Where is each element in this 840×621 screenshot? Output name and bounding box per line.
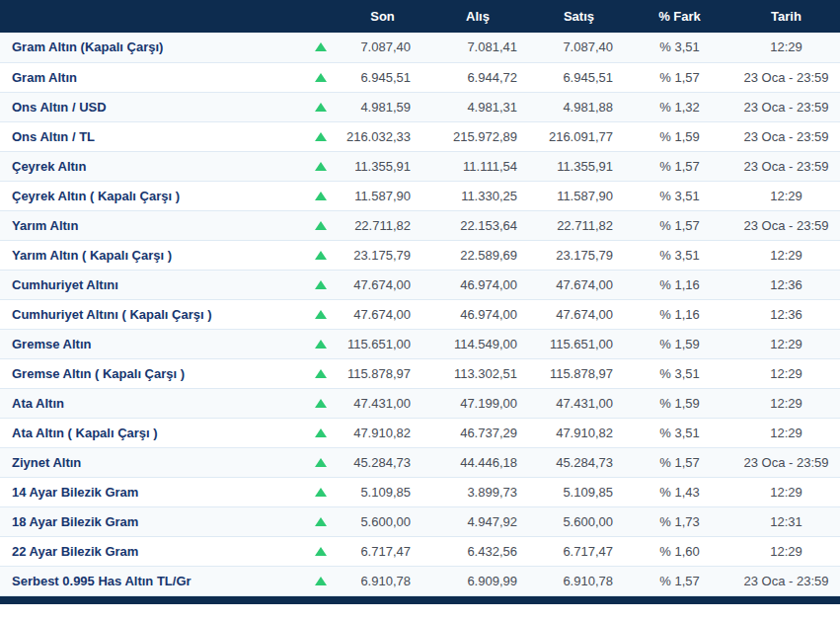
alis-value: 4.981,31 — [424, 92, 531, 121]
fark-value: % 3,51 — [627, 418, 732, 447]
instrument-name[interactable]: 14 Ayar Bilezik Gram — [0, 477, 301, 506]
satis-value: 47.431,00 — [531, 388, 627, 418]
footer-bar — [0, 596, 840, 604]
trend-cell — [301, 329, 341, 358]
table-row[interactable]: Çeyrek Altın ( Kapalı Çarşı ) 11.587,90 … — [0, 181, 840, 210]
fark-value: % 1,57 — [627, 447, 732, 477]
table-row[interactable]: Yarım Altın ( Kapalı Çarşı ) 23.175,79 2… — [0, 240, 840, 270]
instrument-name[interactable]: Ziynet Altın — [0, 447, 301, 477]
table-row[interactable]: Ata Altın ( Kapalı Çarşı ) 47.910,82 46.… — [0, 418, 840, 447]
son-value: 115.651,00 — [341, 329, 424, 358]
fark-value: % 1,60 — [627, 536, 732, 566]
son-value: 216.032,33 — [341, 121, 424, 151]
instrument-name[interactable]: Ata Altın ( Kapalı Çarşı ) — [0, 418, 301, 447]
instrument-name[interactable]: 18 Ayar Bilezik Gram — [0, 506, 301, 536]
instrument-name[interactable]: Yarım Altın — [0, 210, 301, 240]
trend-cell — [301, 477, 341, 506]
satis-value: 23.175,79 — [531, 240, 627, 270]
satis-value: 5.600,00 — [531, 506, 627, 536]
son-value: 4.981,59 — [341, 92, 424, 121]
trend-cell — [301, 240, 341, 270]
son-value: 23.175,79 — [341, 240, 424, 270]
alis-value: 4.947,92 — [424, 506, 531, 536]
instrument-name[interactable]: Çeyrek Altın ( Kapalı Çarşı ) — [0, 181, 301, 210]
instrument-name[interactable]: Gram Altın — [0, 62, 301, 92]
fark-value: % 3,51 — [627, 181, 732, 210]
table-row[interactable]: Gremse Altın ( Kapalı Çarşı ) 115.878,97… — [0, 358, 840, 388]
instrument-name[interactable]: 22 Ayar Bilezik Gram — [0, 536, 301, 566]
table-row[interactable]: 18 Ayar Bilezik Gram 5.600,00 4.947,92 5… — [0, 506, 840, 536]
instrument-name[interactable]: Gremse Altın ( Kapalı Çarşı ) — [0, 358, 301, 388]
alis-value: 215.972,89 — [424, 121, 531, 151]
instrument-name[interactable]: Ata Altın — [0, 388, 301, 418]
tarih-value: 12:36 — [732, 270, 840, 299]
fark-value: % 1,43 — [627, 477, 732, 506]
up-arrow-icon — [315, 428, 327, 437]
fark-value: % 1,59 — [627, 388, 732, 418]
up-arrow-icon — [315, 221, 327, 230]
tarih-value: 23 Oca - 23:59 — [732, 210, 840, 240]
up-arrow-icon — [315, 488, 327, 497]
table-row[interactable]: Cumhuriyet Altını 47.674,00 46.974,00 47… — [0, 270, 840, 299]
instrument-name[interactable]: Gram Altın (Kapalı Çarşı) — [0, 33, 301, 62]
fark-value: % 1,59 — [627, 329, 732, 358]
satis-value: 11.587,90 — [531, 181, 627, 210]
son-value: 47.431,00 — [341, 388, 424, 418]
up-arrow-icon — [315, 192, 327, 200]
tarih-value: 12:29 — [732, 329, 840, 358]
son-value: 47.674,00 — [341, 299, 424, 329]
instrument-name[interactable]: Yarım Altın ( Kapalı Çarşı ) — [0, 240, 301, 270]
trend-cell — [301, 210, 341, 240]
table-row[interactable]: Ons Altın / USD 4.981,59 4.981,31 4.981,… — [0, 92, 840, 121]
table-row[interactable]: Serbest 0.995 Has Altın TL/Gr 6.910,78 6… — [0, 566, 840, 595]
son-value: 6.945,51 — [341, 62, 424, 92]
alis-value: 46.974,00 — [424, 270, 531, 299]
table-row[interactable]: Gram Altın (Kapalı Çarşı) 7.087,40 7.081… — [0, 33, 840, 62]
tarih-value: 23 Oca - 23:59 — [732, 92, 840, 121]
instrument-name[interactable]: Gremse Altın — [0, 329, 301, 358]
tarih-value: 23 Oca - 23:59 — [732, 121, 840, 151]
satis-value: 47.674,00 — [531, 299, 627, 329]
instrument-name[interactable]: Ons Altın / USD — [0, 92, 301, 121]
up-arrow-icon — [315, 310, 327, 319]
up-arrow-icon — [315, 280, 327, 289]
son-value: 5.600,00 — [341, 506, 424, 536]
table-row[interactable]: Ata Altın 47.431,00 47.199,00 47.431,00 … — [0, 388, 840, 418]
table-row[interactable]: 22 Ayar Bilezik Gram 6.717,47 6.432,56 6… — [0, 536, 840, 566]
table-row[interactable]: Çeyrek Altın 11.355,91 11.111,54 11.355,… — [0, 151, 840, 181]
alis-value: 113.302,51 — [424, 358, 531, 388]
trend-cell — [301, 506, 341, 536]
satis-value: 5.109,85 — [531, 477, 627, 506]
alis-value: 46.737,29 — [424, 418, 531, 447]
alis-value: 11.111,54 — [424, 151, 531, 181]
table-row[interactable]: Ons Altın / TL 216.032,33 215.972,89 216… — [0, 121, 840, 151]
table-row[interactable]: Gram Altın 6.945,51 6.944,72 6.945,51 % … — [0, 62, 840, 92]
alis-value: 46.974,00 — [424, 299, 531, 329]
up-arrow-icon — [315, 42, 327, 51]
fark-value: % 3,51 — [627, 358, 732, 388]
instrument-name[interactable]: Çeyrek Altın — [0, 151, 301, 181]
tarih-value: 12:29 — [732, 181, 840, 210]
table-row[interactable]: Gremse Altın 115.651,00 114.549,00 115.6… — [0, 329, 840, 358]
col-header-tarih: Tarih — [732, 0, 840, 33]
instrument-name[interactable]: Ons Altın / TL — [0, 121, 301, 151]
table-row[interactable]: 14 Ayar Bilezik Gram 5.109,85 3.899,73 5… — [0, 477, 840, 506]
tarih-value: 12:29 — [732, 477, 840, 506]
alis-value: 11.330,25 — [424, 181, 531, 210]
table-row[interactable]: Cumhuriyet Altını ( Kapalı Çarşı ) 47.67… — [0, 299, 840, 329]
instrument-name[interactable]: Cumhuriyet Altını ( Kapalı Çarşı ) — [0, 299, 301, 329]
tarih-value: 12:29 — [732, 33, 840, 62]
table-row[interactable]: Yarım Altın 22.711,82 22.153,64 22.711,8… — [0, 210, 840, 240]
alis-value: 22.589,69 — [424, 240, 531, 270]
son-value: 6.910,78 — [341, 566, 424, 595]
trend-cell — [301, 270, 341, 299]
table-row[interactable]: Ziynet Altın 45.284,73 44.446,18 45.284,… — [0, 447, 840, 477]
up-arrow-icon — [315, 399, 327, 408]
fark-value: % 1,57 — [627, 566, 732, 595]
col-header-son: Son — [341, 0, 424, 33]
instrument-name[interactable]: Cumhuriyet Altını — [0, 270, 301, 299]
tarih-value: 12:31 — [732, 506, 840, 536]
instrument-name[interactable]: Serbest 0.995 Has Altın TL/Gr — [0, 566, 301, 595]
up-arrow-icon — [315, 517, 327, 526]
fark-value: % 1,59 — [627, 121, 732, 151]
